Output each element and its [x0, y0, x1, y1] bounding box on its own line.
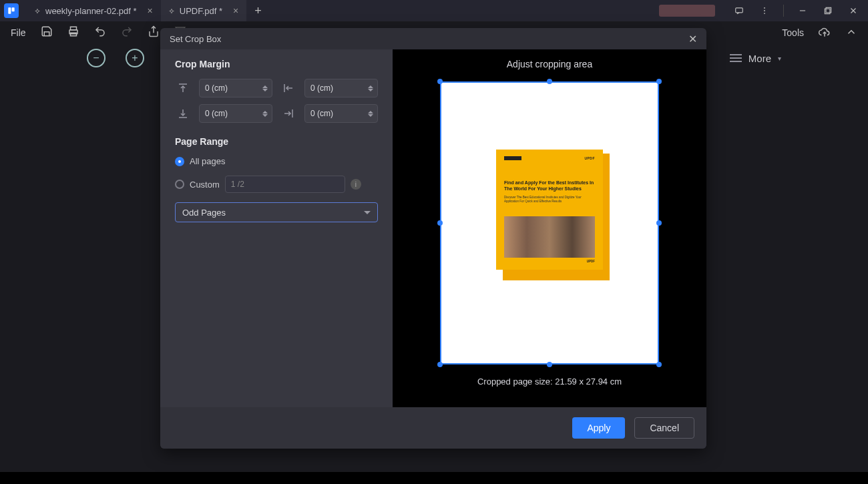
cancel-button[interactable]: Cancel	[634, 417, 694, 439]
select-value: Odd Pages	[182, 208, 226, 218]
titlebar: ⟡ weekly-planner-02.pdf * × ⟡ UPDF.pdf *…	[0, 0, 868, 21]
radio-label: All pages	[190, 156, 225, 166]
print-icon[interactable]	[67, 25, 79, 40]
dialog-close-icon[interactable]: ✕	[688, 33, 697, 45]
cover-headline: Find and Apply For the Best Institutes I…	[504, 180, 595, 192]
chevron-down-icon	[364, 211, 371, 214]
crop-frame[interactable]: UPDF Find and Apply For the Best Institu…	[440, 81, 659, 365]
preview-panel: Adjust cropping area UPDF Find and Apply…	[393, 49, 706, 407]
margin-right-icon	[280, 107, 296, 119]
cover-footer: UPDF	[587, 260, 595, 263]
crop-handle[interactable]	[656, 220, 662, 226]
page-subset-select[interactable]: Odd Pages	[175, 202, 378, 222]
bottom-bar	[0, 472, 868, 484]
updf-text: UPDF	[584, 156, 595, 160]
close-icon[interactable]: ×	[148, 5, 153, 16]
dialog-title: Set Crop Box	[170, 34, 221, 44]
margin-top-icon	[175, 82, 191, 94]
document-tabs: ⟡ weekly-planner-02.pdf * × ⟡ UPDF.pdf *…	[27, 0, 270, 21]
document-icon: ⟡	[169, 6, 174, 15]
share-icon[interactable]	[148, 25, 160, 40]
custom-pages-input[interactable]: 1 /2	[225, 176, 345, 193]
dialog-titlebar: Set Crop Box ✕	[160, 28, 706, 49]
tab-updf[interactable]: ⟡ UPDF.pdf * ×	[161, 0, 247, 21]
svg-rect-2	[736, 8, 743, 13]
undo-icon[interactable]	[94, 25, 106, 40]
document-icon: ⟡	[35, 6, 40, 15]
radio-icon	[175, 180, 184, 189]
svg-point-5	[764, 13, 765, 14]
margin-left-input[interactable]: 0 (cm)	[304, 79, 378, 97]
redo-icon[interactable]	[121, 25, 133, 40]
margin-top-input[interactable]: 0 (cm)	[199, 79, 272, 97]
svg-rect-7	[826, 7, 831, 13]
radio-icon	[175, 157, 184, 166]
app-logo-icon	[4, 3, 19, 18]
zoom-out-icon[interactable]: −	[87, 49, 105, 67]
kebab-icon[interactable]	[754, 2, 775, 19]
crop-handle[interactable]	[656, 362, 662, 367]
chevron-down-icon: ▾	[778, 55, 781, 62]
svg-point-3	[764, 7, 765, 9]
svg-rect-8	[825, 9, 830, 14]
crop-handle[interactable]	[437, 220, 443, 226]
new-tab-button[interactable]: +	[246, 4, 270, 18]
page-preview: UPDF Find and Apply For the Best Institu…	[440, 81, 659, 365]
radio-custom[interactable]: Custom 1 /2 i	[175, 176, 378, 193]
preview-heading: Adjust cropping area	[507, 59, 592, 69]
tab-weekly-planner[interactable]: ⟡ weekly-planner-02.pdf * ×	[27, 0, 161, 21]
svg-rect-1	[12, 7, 15, 11]
zoom-in-icon[interactable]: +	[126, 49, 144, 67]
cropped-size-label: Cropped page size: 21.59 x 27.94 cm	[477, 377, 622, 387]
margin-bottom-icon	[175, 107, 191, 119]
minimize-icon[interactable]	[792, 2, 813, 19]
set-crop-box-dialog: Set Crop Box ✕ Crop Margin 0 (cm) 0 (cm)…	[160, 28, 706, 449]
radio-label: Custom	[190, 180, 220, 190]
crop-handle[interactable]	[437, 79, 443, 84]
margin-right-input[interactable]: 0 (cm)	[304, 104, 378, 123]
separator	[783, 5, 784, 17]
crop-handle[interactable]	[547, 362, 552, 367]
more-icon[interactable]	[730, 54, 742, 62]
tab-label: UPDF.pdf *	[180, 6, 222, 16]
dialog-footer: Apply Cancel	[160, 407, 706, 449]
file-menu[interactable]: File	[11, 27, 26, 38]
svg-point-4	[764, 10, 765, 11]
updf-logo-icon	[504, 156, 521, 160]
comment-icon[interactable]	[728, 2, 750, 19]
account-badge[interactable]	[659, 5, 715, 17]
maximize-icon[interactable]	[817, 2, 839, 19]
crop-handle[interactable]	[437, 362, 443, 367]
crop-handle[interactable]	[547, 79, 552, 84]
more-label[interactable]: More	[748, 53, 771, 64]
radio-all-pages[interactable]: All pages	[175, 156, 378, 166]
save-icon[interactable]	[41, 25, 53, 40]
close-icon[interactable]: ×	[233, 5, 238, 16]
svg-rect-0	[8, 7, 11, 13]
apply-button[interactable]: Apply	[572, 417, 625, 439]
document-cover: UPDF Find and Apply For the Best Institu…	[496, 150, 603, 280]
settings-panel: Crop Margin 0 (cm) 0 (cm) 0 (cm) 0 (cm) …	[160, 49, 393, 407]
info-icon[interactable]: i	[351, 179, 361, 190]
cover-photo	[504, 216, 595, 258]
tools-menu[interactable]: Tools	[782, 27, 804, 38]
chevron-up-icon[interactable]	[845, 26, 857, 40]
cloud-upload-icon[interactable]	[819, 26, 831, 40]
tab-label: weekly-planner-02.pdf *	[45, 6, 137, 16]
cover-subtitle: Discover The Best Educational Institutes…	[504, 196, 595, 203]
margin-left-icon	[280, 82, 296, 94]
crop-margin-heading: Crop Margin	[175, 59, 378, 69]
margin-bottom-input[interactable]: 0 (cm)	[199, 104, 272, 123]
close-window-icon[interactable]	[843, 2, 864, 19]
page-range-heading: Page Range	[175, 136, 378, 147]
crop-handle[interactable]	[656, 79, 662, 84]
